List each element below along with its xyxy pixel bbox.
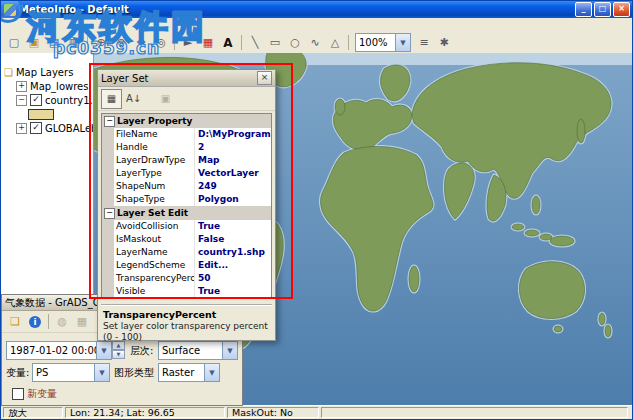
time-stepper[interactable]: ▲ ▼ bbox=[112, 341, 125, 359]
row-gutter bbox=[102, 141, 114, 154]
category-label: Layer Property bbox=[117, 116, 192, 126]
property-key: LegendScheme bbox=[114, 259, 195, 272]
row-gutter bbox=[102, 233, 114, 246]
level-value: Surface bbox=[159, 345, 222, 356]
save-icon[interactable]: ▤ bbox=[44, 33, 64, 52]
property-row[interactable]: LayerNamecountry1.shp bbox=[102, 246, 271, 259]
variable-combo[interactable]: PS ▼ bbox=[32, 363, 110, 382]
expand-icon[interactable]: + bbox=[16, 123, 27, 134]
time-combo[interactable]: 1987-01-02 00:00 ▼ bbox=[6, 341, 112, 360]
property-value: Edit... bbox=[195, 259, 271, 272]
info-icon[interactable]: i bbox=[25, 312, 45, 331]
zoom-level-combo[interactable]: 100% ▼ bbox=[355, 33, 411, 52]
property-value: VectorLayer bbox=[195, 167, 271, 180]
open-icon[interactable]: ▣ bbox=[24, 33, 44, 52]
tree-item-legend-swatch[interactable] bbox=[1, 107, 93, 121]
property-row[interactable]: TransparencyPerce50 bbox=[102, 272, 271, 285]
new-variable-option[interactable]: 新变量 bbox=[12, 387, 57, 401]
row-gutter bbox=[102, 167, 114, 180]
category-row[interactable]: − Layer Set Edit bbox=[102, 206, 271, 220]
property-key: IsMaskout bbox=[114, 233, 195, 246]
chevron-down-icon[interactable]: ▼ bbox=[94, 364, 109, 381]
property-row[interactable]: LayerTypeVectorLayer bbox=[102, 167, 271, 180]
spin-down-icon[interactable]: ▼ bbox=[112, 350, 125, 359]
legend-editor-icon[interactable]: ▦ bbox=[198, 33, 218, 52]
layer-label: GLOBALeb3colshp bbox=[45, 123, 93, 134]
title-bar[interactable]: MeteoInfo - Default _ □ × bbox=[1, 1, 632, 18]
layer-checkbox[interactable]: ✓ bbox=[30, 122, 42, 134]
tree-item-globaleb3col[interactable]: + ✓ GLOBALeb3colshp bbox=[1, 121, 93, 135]
tree-item-map-lowres[interactable]: + Map_lowres bbox=[1, 79, 93, 93]
property-row[interactable]: LayerDrawTypeMap bbox=[102, 154, 271, 167]
property-row[interactable]: FileNameD:\MyProgram\CSharp\Me bbox=[102, 128, 271, 141]
property-value: Map bbox=[195, 154, 271, 167]
curve-tool-icon[interactable]: ∿ bbox=[305, 33, 325, 52]
legend-swatch[interactable] bbox=[28, 109, 54, 120]
property-value: False bbox=[195, 233, 271, 246]
new-variable-label: 新变量 bbox=[27, 387, 57, 401]
property-value: Polygon bbox=[195, 193, 271, 206]
toolbar-separator bbox=[174, 35, 175, 50]
open-data-icon[interactable]: ❏ bbox=[5, 312, 25, 331]
close-button[interactable]: × bbox=[613, 2, 630, 17]
property-row[interactable]: LegendSchemeEdit... bbox=[102, 259, 271, 272]
collapse-icon[interactable]: − bbox=[104, 208, 115, 219]
line-tool-icon[interactable]: ╲ bbox=[245, 33, 265, 52]
property-row[interactable]: IsMaskoutFalse bbox=[102, 233, 271, 246]
zoom-out-icon[interactable]: ⊖ bbox=[111, 33, 131, 52]
zoom-in-icon[interactable]: ⊕ bbox=[91, 33, 111, 52]
property-row[interactable]: ShapeTypePolygon bbox=[102, 193, 271, 206]
property-value: 2 bbox=[195, 141, 271, 154]
tree-item-country1[interactable]: − ✓ country1.shp bbox=[1, 93, 93, 107]
property-key: LayerDrawType bbox=[114, 154, 195, 167]
chevron-down-icon[interactable]: ▼ bbox=[395, 34, 410, 51]
property-row[interactable]: Handle2 bbox=[102, 141, 271, 154]
select-icon[interactable]: ► bbox=[178, 33, 198, 52]
text-tool-icon[interactable]: A bbox=[218, 33, 238, 52]
collapse-icon[interactable]: − bbox=[16, 95, 27, 106]
dialog-titlebar[interactable]: Layer Set × bbox=[98, 70, 275, 87]
collapse-icon[interactable]: − bbox=[104, 116, 115, 127]
property-row[interactable]: ShapeNum249 bbox=[102, 180, 271, 193]
property-key: Visible bbox=[114, 285, 195, 298]
property-key: ShapeNum bbox=[114, 180, 195, 193]
ellipse-tool-icon[interactable]: ○ bbox=[285, 33, 305, 52]
property-row[interactable]: AvoidCollisionTrue bbox=[102, 220, 271, 233]
property-value: D:\MyProgram\CSharp\Me bbox=[195, 128, 271, 141]
property-pages-icon: ▣ bbox=[155, 89, 176, 109]
pan-icon[interactable]: ✥ bbox=[131, 33, 151, 52]
help-title: TransparencyPercent bbox=[103, 309, 270, 320]
status-filler bbox=[321, 407, 628, 418]
status-bar: 放大 Lon: 21.34; Lat: 96.65 MaskOut: No bbox=[1, 405, 632, 419]
print-icon[interactable]: ▥ bbox=[64, 33, 84, 52]
minimize-button[interactable]: _ bbox=[575, 2, 592, 17]
data-panel-body: 1987-01-02 00:00 ▼ ▲ ▼ 层次: Surface ▼ 变量:… bbox=[2, 333, 242, 405]
close-icon[interactable]: × bbox=[257, 71, 272, 85]
expand-icon[interactable]: + bbox=[16, 81, 27, 92]
plot-type-combo[interactable]: Raster ▼ bbox=[158, 363, 220, 382]
new-icon[interactable]: ▢ bbox=[4, 33, 24, 52]
layer-checkbox[interactable]: ✓ bbox=[30, 94, 42, 106]
globe-icon: ◍ bbox=[52, 312, 72, 331]
category-row[interactable]: − Layer Property bbox=[102, 114, 271, 128]
level-combo[interactable]: Surface ▼ bbox=[158, 341, 238, 360]
full-extent-icon[interactable]: ◎ bbox=[151, 33, 171, 52]
maximize-button[interactable]: □ bbox=[594, 2, 611, 17]
menu-bar bbox=[1, 18, 632, 33]
property-row[interactable]: VisibleTrue bbox=[102, 285, 271, 298]
chevron-down-icon[interactable]: ▼ bbox=[204, 364, 219, 381]
alphabetical-sort-icon[interactable]: A↓ bbox=[123, 89, 144, 109]
tree-root-map-layers[interactable]: ❏ Map Layers bbox=[1, 65, 93, 79]
layers-icon[interactable]: ≡ bbox=[414, 33, 434, 52]
rectangle-tool-icon[interactable]: ▭ bbox=[265, 33, 285, 52]
categorized-icon[interactable]: ▦ bbox=[101, 89, 122, 109]
variable-label: 变量: bbox=[6, 366, 29, 380]
settings-icon[interactable]: ✱ bbox=[434, 33, 454, 52]
chevron-down-icon[interactable]: ▼ bbox=[96, 342, 111, 359]
polygon-tool-icon[interactable]: △ bbox=[325, 33, 345, 52]
property-key: TransparencyPerce bbox=[114, 272, 195, 285]
new-variable-checkbox[interactable] bbox=[12, 388, 24, 400]
toolbar-separator bbox=[241, 35, 242, 50]
category-label: Layer Set Edit bbox=[117, 208, 188, 218]
chevron-down-icon[interactable]: ▼ bbox=[222, 342, 237, 359]
